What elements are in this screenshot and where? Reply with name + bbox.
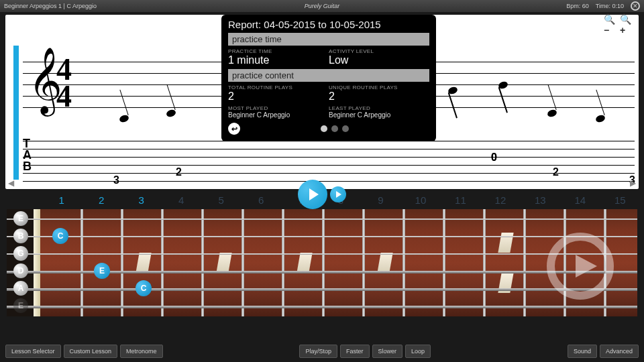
fret-num: 13 [521,194,560,206]
fret-num: 6 [241,194,280,206]
nav-next-icon[interactable]: ▶ [630,178,636,188]
report-popup: Report: 04-05-2015 to 10-05-2015 practic… [221,15,436,141]
open-string-e-low: E [13,298,28,313]
slower-button[interactable]: Slower [372,345,403,358]
open-string-b: B [13,229,28,243]
tab-label: TAB [23,138,30,172]
dot-3[interactable] [342,125,349,132]
nut [34,209,40,316]
advanced-button[interactable]: Advanced [600,345,639,358]
fret-num: 2 [81,194,121,206]
replay-overlay-icon[interactable] [543,229,617,303]
lesson-title: Beginner Arpeggios 1 | C Arpeggio [4,3,97,9]
dot-1[interactable] [321,125,327,132]
total-plays-label: TOTAL ROUTINE PLAYS [228,84,329,90]
faster-button[interactable]: Faster [340,345,370,358]
nav-prev-icon[interactable]: ◀ [8,178,14,188]
tab-number: 2 [553,166,559,178]
play-segment-button[interactable] [330,186,346,202]
brand-logo: Purely Guitar [305,3,340,9]
page-dots[interactable] [321,125,349,132]
bottom-toolbar: Lesson Selector Custom Lesson Metronome … [5,345,639,358]
zoom-out-button[interactable]: 🔍− [604,19,616,31]
total-plays-value: 2 [228,90,329,103]
fret-num: 4 [161,194,201,206]
unique-plays-label: UNIQUE ROUTINE PLAYS [329,84,429,90]
unique-plays-value: 2 [329,90,429,103]
zoom-in-button[interactable]: 🔍+ [620,19,632,31]
play-stop-button[interactable]: Play/Stop [299,345,337,358]
section-practice-time: practice time [228,33,429,46]
dot-2[interactable] [331,125,338,132]
fretboard-note-e[interactable]: E [94,263,110,279]
fret-num: 12 [480,194,520,206]
fret-num: 5 [201,194,241,206]
fret-num: 14 [560,194,600,206]
custom-lesson-button[interactable]: Custom Lesson [64,345,118,358]
sound-button[interactable]: Sound [568,345,597,358]
tab-number: 0 [491,152,497,164]
svg-marker-1 [576,255,597,278]
tab-number: 2 [176,166,182,178]
open-string-d: D [13,263,28,278]
report-back-button[interactable]: ↩ [228,123,240,135]
report-title: Report: 04-05-2015 to 10-05-2015 [228,19,429,30]
fret-num: 3 [121,194,161,206]
close-button[interactable]: ✕ [631,1,640,11]
open-string-e-high: E [13,211,28,226]
playhead-bar [13,46,19,180]
open-string-a: A [13,281,28,296]
time-label: Time: 0:10 [596,3,624,9]
fret-num: 15 [600,194,640,206]
play-controls [298,180,346,209]
section-practice-content: practice content [228,69,429,82]
fretboard-note-c2[interactable]: C [136,280,152,296]
fret-num: 11 [441,194,480,206]
lesson-selector-button[interactable]: Lesson Selector [5,345,61,358]
open-string-g: G [13,246,28,261]
activity-level-label: ACTIVITY LEVEL [329,48,429,54]
fret-num: 9 [361,194,400,206]
least-played-value: Beginner C Arpeggio [329,111,429,119]
fret-num: 10 [400,194,440,206]
tab-number: 3 [113,174,119,186]
fretboard-note-c[interactable]: C [52,228,68,244]
metronome-button[interactable]: Metronome [120,345,163,358]
top-bar: Beginner Arpeggios 1 | C Arpeggio Purely… [0,0,644,12]
play-button[interactable] [298,180,327,209]
most-played-value: Beginner C Arpeggio [228,111,329,119]
fretboard[interactable]: E B G D A E C E C [7,209,637,316]
practice-time-value: 1 minute [228,54,329,66]
most-played-label: MOST PLAYED [228,105,329,111]
activity-level-value: Low [329,54,429,66]
loop-button[interactable]: Loop [405,345,431,358]
fret-num: 1 [42,194,81,206]
practice-time-label: PRACTICE TIME [228,48,329,54]
bpm-label: Bpm: 60 [566,3,589,9]
least-played-label: LEAST PLAYED [329,105,429,111]
